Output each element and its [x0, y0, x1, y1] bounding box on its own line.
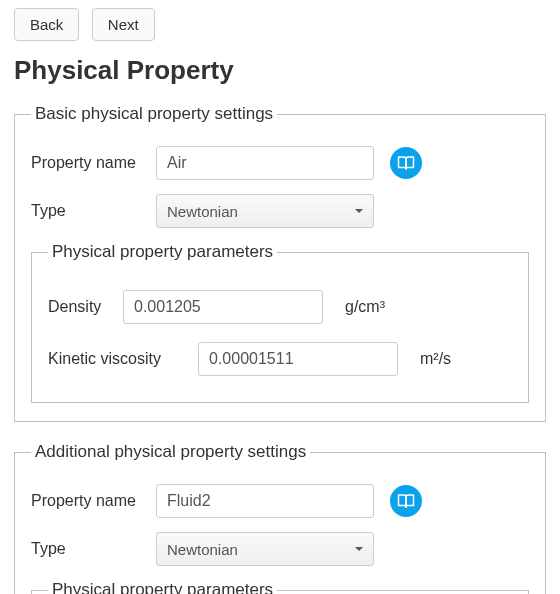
back-button[interactable]: Back	[14, 8, 79, 41]
density-unit: g/cm³	[345, 298, 385, 316]
property-name-input[interactable]	[156, 146, 374, 180]
lookup-button-2[interactable]	[390, 485, 422, 517]
basic-settings-group: Basic physical property settings Propert…	[14, 104, 546, 422]
type-select-value-2: Newtonian	[167, 541, 238, 558]
basic-params-legend: Physical property parameters	[48, 242, 277, 262]
basic-legend: Basic physical property settings	[31, 104, 277, 124]
type-select-value: Newtonian	[167, 203, 238, 220]
additional-params-group: Physical property parameters Density g/c…	[31, 580, 529, 594]
density-input[interactable]	[123, 290, 323, 324]
type-label: Type	[31, 202, 156, 220]
kinetic-viscosity-input[interactable]	[198, 342, 398, 376]
book-icon	[397, 154, 415, 172]
type-label-2: Type	[31, 540, 156, 558]
density-label: Density	[48, 298, 123, 316]
type-select-2[interactable]: Newtonian	[156, 532, 374, 566]
kinetic-viscosity-unit: m²/s	[420, 350, 451, 368]
lookup-button[interactable]	[390, 147, 422, 179]
additional-legend: Additional physical property settings	[31, 442, 310, 462]
type-select[interactable]: Newtonian	[156, 194, 374, 228]
additional-params-legend: Physical property parameters	[48, 580, 277, 594]
property-name-label-2: Property name	[31, 492, 156, 510]
additional-settings-group: Additional physical property settings Pr…	[14, 442, 546, 594]
next-button[interactable]: Next	[92, 8, 155, 41]
nav-buttons: Back Next	[14, 8, 546, 41]
property-name-label: Property name	[31, 154, 156, 172]
kinetic-viscosity-label: Kinetic viscosity	[48, 350, 198, 368]
chevron-down-icon	[355, 209, 363, 213]
page-title: Physical Property	[14, 55, 546, 86]
book-icon	[397, 492, 415, 510]
property-name-input-2[interactable]	[156, 484, 374, 518]
basic-params-group: Physical property parameters Density g/c…	[31, 242, 529, 403]
chevron-down-icon	[355, 547, 363, 551]
